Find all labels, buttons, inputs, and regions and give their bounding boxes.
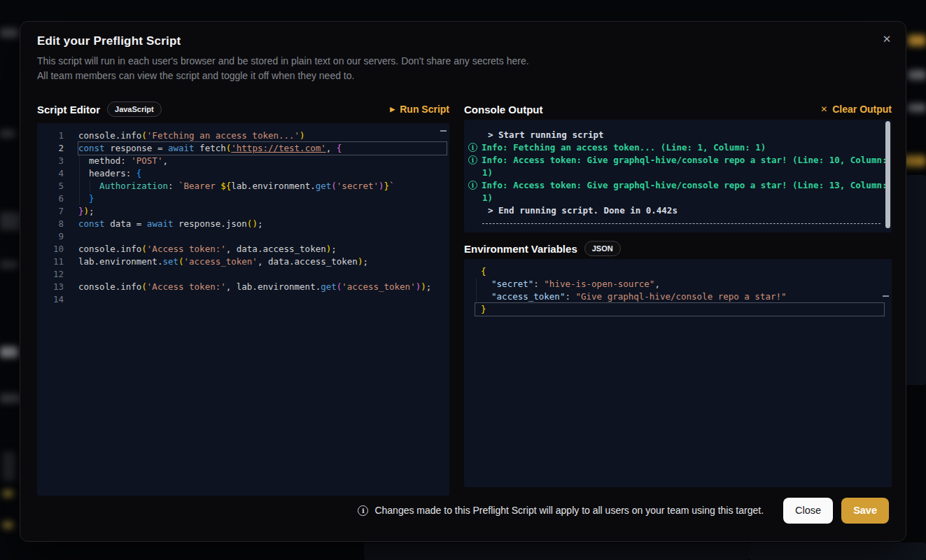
code-line-content: headers: {	[78, 167, 447, 180]
backdrop-panel	[905, 175, 926, 385]
code-line-content	[78, 230, 447, 243]
code-line-content: console.info('Fetching an access token..…	[78, 130, 447, 142]
clear-output-button[interactable]: ✕ Clear Output	[820, 104, 892, 115]
clear-output-label: Clear Output	[832, 104, 892, 115]
env-line: }	[464, 303, 892, 316]
json-badge: JSON	[584, 241, 621, 256]
code-token	[78, 193, 89, 204]
code-token: 'POST'	[131, 155, 162, 166]
language-badge: JavaScript	[107, 102, 162, 117]
console-heading: Console Output	[464, 104, 543, 115]
code-line: 7});	[37, 205, 449, 218]
indent-guide	[79, 192, 80, 205]
code-token: ,	[654, 279, 660, 289]
code-token: 'Access token:'	[147, 244, 226, 254]
backdrop-blob	[0, 260, 18, 269]
console-line: 1)	[464, 167, 892, 179]
code-line: 11lab.environment.set('access_token', da…	[37, 255, 449, 268]
line-number: 6	[37, 192, 78, 205]
run-script-label: Run Script	[400, 104, 449, 115]
code-token: response.json	[174, 218, 247, 229]
code-line-content: const data = await response.json();	[78, 218, 447, 230]
code-token: ;	[89, 206, 94, 216]
code-line-content	[78, 268, 447, 281]
console-line: > Start running script	[464, 129, 892, 141]
code-line: 1console.info('Fetching an access token.…	[37, 130, 449, 142]
console-line-text: Info: Access token: Give graphql-hive/co…	[482, 154, 887, 167]
backdrop-blob	[0, 28, 18, 38]
code-line-content: lab.environment.set('access_token', data…	[78, 255, 447, 268]
script-code-editor[interactable]: 1console.info('Fetching an access token.…	[37, 123, 449, 496]
code-token: headers:	[78, 168, 136, 178]
line-number: 13	[37, 281, 78, 293]
code-token: (	[141, 130, 147, 141]
code-line: 6 }	[37, 192, 449, 205]
backdrop-blob	[908, 104, 926, 112]
code-token: ;	[258, 218, 263, 229]
code-line-content: const response = await fetch('https://te…	[78, 142, 447, 155]
close-icon[interactable]: ✕	[876, 29, 897, 50]
code-token: (	[141, 281, 147, 292]
info-icon: i	[468, 155, 477, 164]
code-line-content: method: 'POST',	[78, 155, 447, 167]
code-token: `	[389, 181, 395, 191]
code-token: set	[162, 256, 178, 267]
code-token: ;	[363, 256, 368, 267]
code-token: const	[78, 143, 105, 153]
code-token: get	[316, 181, 332, 191]
code-token: }	[89, 193, 94, 204]
env-line-content: "access_token": "Give graphql-hive/conso…	[475, 290, 884, 303]
code-token: data =	[105, 218, 147, 229]
backdrop-blob	[3, 522, 13, 528]
code-line-content: console.info('Access token:', data.acces…	[78, 243, 447, 255]
code-line-content	[78, 293, 447, 306]
info-icon: i	[358, 505, 368, 516]
code-token: :	[533, 279, 544, 289]
code-token: )	[379, 181, 384, 191]
code-token: ;	[426, 281, 432, 292]
code-token	[481, 291, 491, 302]
code-token: )	[300, 130, 305, 141]
info-icon: i	[468, 143, 477, 152]
env-line: {	[464, 265, 892, 278]
backdrop-blob	[908, 35, 926, 46]
line-number: 8	[37, 218, 78, 230]
code-token: {	[337, 143, 342, 153]
console-line-text: > Start running script	[488, 129, 604, 141]
code-token: ,	[162, 155, 168, 166]
play-icon: ▶	[390, 106, 395, 113]
code-token: "access_token"	[491, 291, 565, 302]
close-button[interactable]: Close	[783, 498, 833, 524]
code-token: ,	[326, 143, 337, 153]
console-output-panel: > Start running scriptiInfo: Fetching an…	[464, 120, 892, 232]
code-token	[481, 279, 491, 289]
indent-guide	[476, 278, 477, 290]
script-editor-header: Script Editor JavaScript ▶ Run Script	[37, 99, 449, 120]
code-line-content: }	[78, 192, 447, 205]
code-line: 12	[37, 268, 449, 281]
line-number: 9	[37, 230, 78, 243]
modal-footer: i Changes made to this Preflight Script …	[37, 496, 889, 524]
code-token: (	[331, 181, 337, 191]
code-token: :	[565, 291, 575, 302]
console-scrollbar[interactable]	[885, 121, 890, 228]
code-token: {	[136, 168, 142, 178]
code-token: lab.environment.	[78, 256, 162, 267]
script-editor-section: Script Editor JavaScript ▶ Run Script 1c…	[37, 99, 449, 496]
code-token: (	[141, 244, 147, 254]
footer-note-text: Changes made to this Preflight Script wi…	[374, 505, 764, 516]
save-button[interactable]: Save	[841, 498, 889, 524]
environment-variables-editor[interactable]: { "secret": "hive-is-open-source", "acce…	[464, 259, 892, 487]
description-line: All team members can view the script and…	[37, 69, 529, 83]
line-number: 10	[37, 243, 78, 255]
code-token: ;	[331, 244, 337, 254]
code-token: response =	[105, 143, 168, 153]
run-script-button[interactable]: ▶ Run Script	[390, 104, 449, 115]
code-line: 14	[37, 293, 449, 306]
code-token: `Bearer	[178, 181, 220, 191]
modal-title: Edit your Preflight Script	[37, 34, 181, 48]
line-number: 14	[37, 293, 78, 306]
line-number: 12	[37, 268, 78, 281]
env-line-content: {	[475, 265, 884, 278]
code-token: 'access_token'	[184, 256, 258, 267]
